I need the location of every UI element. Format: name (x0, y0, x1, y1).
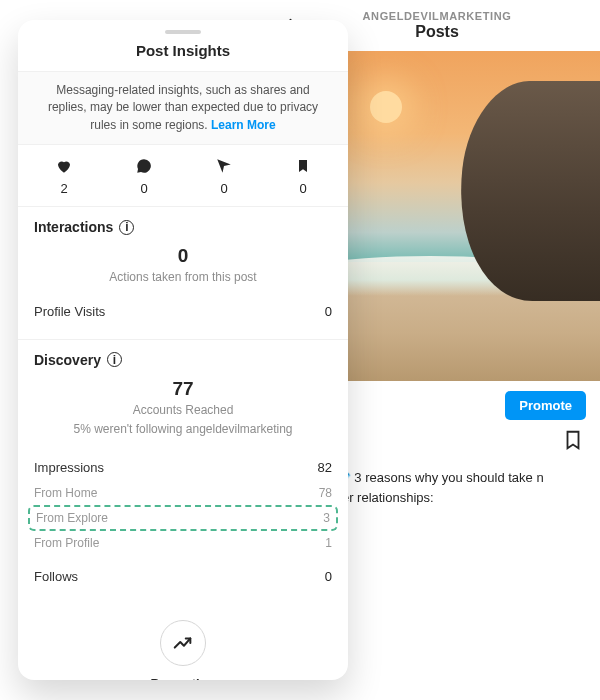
follows-value: 0 (325, 569, 332, 584)
section-title: Interactions (34, 219, 113, 235)
account-name: ANGELDEVILMARKETING (316, 10, 558, 22)
section-interactions: Interactions i 0 Actions taken from this… (18, 207, 348, 340)
impressions-value: 82 (318, 460, 332, 475)
highlight-from-explore: From Explore 3 (28, 505, 338, 531)
from-profile-value: 1 (325, 536, 332, 550)
promote-button[interactable]: Promote (505, 391, 586, 420)
profile-visits-label: Profile Visits (34, 304, 105, 319)
metric-shares[interactable]: 0 (215, 157, 233, 196)
section-title: Discovery (34, 352, 101, 368)
metric-value: 0 (220, 181, 227, 196)
share-icon (215, 157, 233, 178)
follows-label: Follows (34, 569, 78, 584)
not-following-text: 5% weren't following angeldevilmarketing (34, 421, 332, 438)
metric-likes[interactable]: 2 (55, 157, 73, 196)
privacy-notice: Messaging-related insights, such as shar… (18, 71, 348, 145)
sheet-title: Post Insights (18, 40, 348, 71)
bookmark-icon[interactable] (562, 428, 584, 458)
screen-title: Posts (316, 23, 558, 41)
trend-icon (160, 620, 206, 666)
metric-value: 0 (140, 181, 147, 196)
learn-more-link[interactable]: Learn More (211, 118, 276, 132)
metric-saves[interactable]: 0 (295, 157, 311, 196)
promotion-label: Promotion (18, 676, 348, 680)
info-icon[interactable]: i (119, 220, 134, 235)
section-discovery: Discovery i 77 Accounts Reached 5% weren… (18, 340, 348, 604)
metric-value: 0 (299, 181, 306, 196)
from-home-label: From Home (34, 486, 97, 500)
accounts-reached-label: Accounts Reached (34, 402, 332, 419)
bookmark-icon (295, 157, 311, 178)
heart-icon (55, 157, 73, 178)
promotion-area[interactable]: Promotion (18, 604, 348, 680)
comment-icon (135, 157, 153, 178)
from-explore-label: From Explore (36, 511, 108, 525)
insights-sheet: Post Insights Messaging-related insights… (18, 20, 348, 680)
info-icon[interactable]: i (107, 352, 122, 367)
impressions-label: Impressions (34, 460, 104, 475)
interactions-count: 0 (34, 245, 332, 267)
metric-value: 2 (60, 181, 67, 196)
metric-comments[interactable]: 0 (135, 157, 153, 196)
from-profile-label: From Profile (34, 536, 99, 550)
metrics-row: 2 0 0 0 (18, 145, 348, 207)
profile-visits-value: 0 (325, 304, 332, 319)
from-home-value: 78 (319, 486, 332, 500)
from-explore-value: 3 (323, 511, 330, 525)
sheet-grabber[interactable] (165, 30, 201, 34)
accounts-reached-count: 77 (34, 378, 332, 400)
interactions-subtext: Actions taken from this post (34, 269, 332, 286)
